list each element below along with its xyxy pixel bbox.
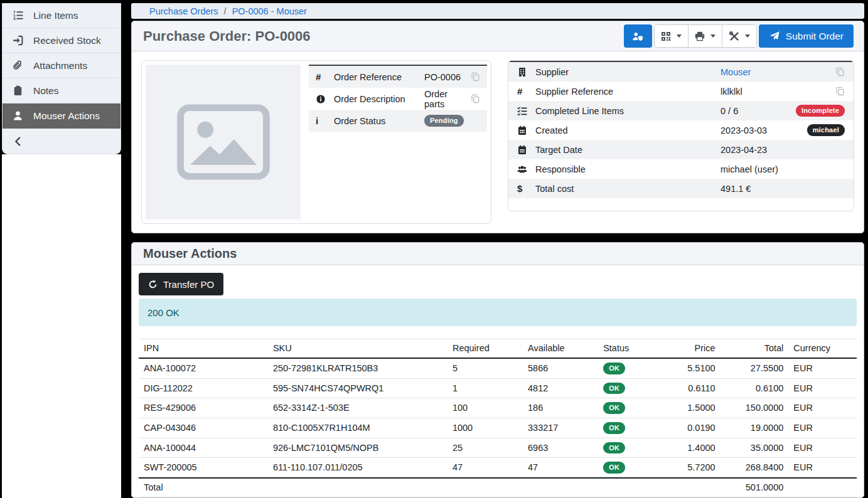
- detail-value: 491.1 €: [721, 184, 788, 194]
- cell-sku: 250-72981KLRATR150B3: [268, 358, 447, 378]
- badge-ok: OK: [603, 422, 625, 434]
- caret-down-icon: [745, 34, 750, 38]
- cell-available: 6963: [523, 438, 598, 458]
- badge-michael: michael: [807, 124, 845, 136]
- cell-available: 5866: [523, 358, 598, 378]
- user-shield-icon: [632, 31, 643, 41]
- calendar-icon: [517, 145, 527, 155]
- detail-icon-cell: #: [517, 86, 535, 97]
- detail-row-created: Created2023-03-03michael: [508, 120, 854, 140]
- transfer-po-button[interactable]: Transfer PO: [139, 273, 223, 295]
- cell-price: 1.5000: [673, 398, 720, 418]
- sidebar-item-notes[interactable]: Notes: [3, 78, 121, 103]
- user-permissions-button[interactable]: [624, 24, 652, 48]
- column-header-price: Price: [673, 339, 720, 359]
- badge-ok: OK: [603, 442, 625, 454]
- supplier-detail-table: SupplierMouser#Supplier Referencelklklkl…: [508, 61, 854, 198]
- printer-icon: [694, 31, 705, 41]
- detail-icon-cell: [316, 94, 334, 104]
- sidebar-item-received-stock[interactable]: Received Stock: [3, 28, 121, 53]
- detail-label: Order Reference: [334, 72, 424, 82]
- sidebar-item-attachments[interactable]: Attachments: [3, 53, 121, 78]
- supplier-link[interactable]: Mouser: [721, 67, 751, 77]
- detail-label: Supplier Reference: [535, 87, 721, 97]
- cell-currency: EUR: [788, 458, 857, 478]
- cell-status: OK: [598, 358, 673, 378]
- toolbar: Submit Order: [624, 24, 854, 48]
- detail-value: Mouser: [721, 67, 788, 77]
- detail-row-order-status: iOrder StatusPending: [309, 110, 487, 132]
- status-alert-text: 200 OK: [147, 307, 179, 318]
- detail-row-supplier: SupplierMouser: [508, 62, 854, 82]
- detail-value: michael (user): [721, 164, 788, 174]
- total-row-empty-cell: [673, 478, 720, 497]
- info-icon: i: [316, 115, 318, 126]
- sidebar-item-label: Mouser Actions: [33, 110, 100, 122]
- left-column: Line ItemsReceived StockAttachmentsNotes…: [2, 3, 121, 498]
- order-summary-box: #Order ReferencePO-0006Order Description…: [141, 60, 491, 224]
- breadcrumb: Purchase Orders / PO-0006 - Mouser: [131, 3, 864, 19]
- total-row-value: 501.0000: [721, 478, 789, 497]
- cell-ipn: RES-429006: [139, 398, 268, 418]
- cell-total: 35.0000: [721, 438, 789, 458]
- sidebar-item-label: Line Items: [33, 10, 78, 21]
- status-alert: 200 OK: [139, 299, 857, 326]
- order-image-placeholder: [146, 65, 301, 220]
- calendar-icon: [517, 125, 527, 135]
- detail-value: 2023-04-23: [721, 145, 788, 155]
- order-detail-table: #Order ReferencePO-0006Order Description…: [309, 65, 487, 132]
- transfer-po-label: Transfer PO: [163, 279, 214, 290]
- detail-value-text: lklklkl: [721, 87, 742, 97]
- printer-menu-button[interactable]: [689, 25, 722, 47]
- cell-required: 100: [447, 398, 523, 418]
- tools-menu-button[interactable]: [722, 25, 756, 47]
- cell-currency: EUR: [788, 418, 857, 438]
- tools-icon: [729, 31, 740, 41]
- total-row-empty-cell: [788, 478, 857, 497]
- detail-icon-cell: [517, 125, 535, 135]
- cell-total: 19.0000: [721, 418, 789, 438]
- cell-status: OK: [598, 398, 673, 418]
- table-total-row: Total501.0000: [139, 478, 857, 497]
- cell-ipn: SWT-200005: [139, 458, 268, 478]
- detail-row-order-reference: #Order ReferencePO-0006: [309, 66, 487, 88]
- line-item-row: DIG-112022595-SN74HCS74QPWRQ114812OK0.61…: [139, 378, 857, 398]
- badge-ok: OK: [603, 462, 625, 474]
- sidebar-item-label: Attachments: [33, 60, 87, 72]
- copy-icon[interactable]: [835, 87, 845, 96]
- cell-required: 1: [447, 378, 523, 398]
- submit-order-button[interactable]: Submit Order: [759, 24, 854, 48]
- sidebar-item-line-items[interactable]: Line Items: [3, 3, 121, 28]
- badge-ok: OK: [603, 383, 625, 395]
- copy-icon[interactable]: [835, 67, 845, 77]
- clipboard-icon: [12, 85, 24, 96]
- detail-row-end: michael: [788, 124, 845, 136]
- qrcode-menu-button[interactable]: [655, 25, 689, 47]
- detail-value: 2023-03-03: [721, 125, 788, 135]
- list-check-icon: [517, 106, 527, 116]
- detail-value-text: michael (user): [721, 164, 778, 174]
- cell-price: 1.4000: [673, 438, 720, 458]
- copy-icon[interactable]: [471, 94, 480, 103]
- caret-down-icon: [710, 34, 715, 38]
- panel-title: Mouser Actions: [143, 246, 237, 261]
- detail-value-text: 0 / 6: [721, 106, 738, 116]
- breadcrumb-link-purchase-orders[interactable]: Purchase Orders: [149, 6, 218, 16]
- list-ol-icon: [12, 10, 24, 21]
- breadcrumb-link-current-order[interactable]: PO-0006 - Mouser: [232, 6, 307, 16]
- column-header-status: Status: [598, 339, 673, 359]
- sidebar: Line ItemsReceived StockAttachmentsNotes…: [2, 3, 121, 154]
- cell-ipn: CAP-043046: [139, 418, 268, 438]
- detail-label: Completed Line Items: [535, 106, 721, 116]
- column-header-ipn: IPN: [139, 339, 268, 359]
- cell-sku: 926-LMC7101QM5/NOPB: [268, 438, 447, 458]
- detail-value: Pending: [424, 115, 466, 127]
- cell-ipn: ANA-100044: [139, 438, 268, 458]
- total-row-label: Total: [139, 478, 268, 497]
- column-header-required: Required: [447, 339, 523, 359]
- mouser-actions-card: Mouser Actions Transfer PO 200 OK IPNSKU…: [131, 242, 864, 498]
- dollar-icon: $: [517, 183, 522, 194]
- sidebar-item-mouser-actions[interactable]: Mouser Actions: [3, 103, 121, 129]
- sidebar-collapse-button[interactable]: [3, 129, 121, 154]
- copy-icon[interactable]: [471, 72, 480, 82]
